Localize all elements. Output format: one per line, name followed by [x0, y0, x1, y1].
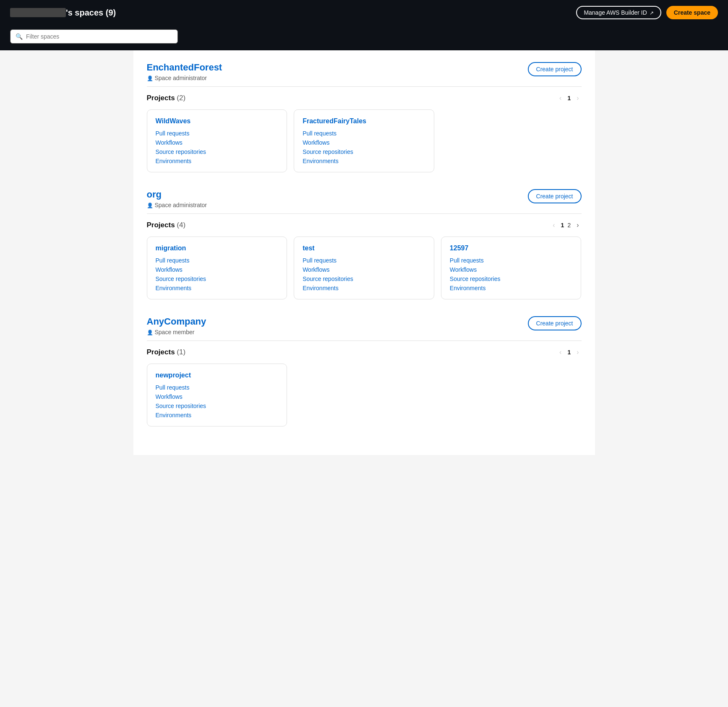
project-link-pull-requests[interactable]: Pull requests [303, 257, 425, 264]
pagination-next-button[interactable]: › [574, 221, 581, 230]
project-link-workflows[interactable]: Workflows [303, 139, 425, 146]
project-link-workflows[interactable]: Workflows [156, 266, 279, 273]
project-link-environments[interactable]: Environments [450, 285, 573, 291]
pagination-org: ‹12› [550, 221, 581, 230]
project-card-newproject: newprojectPull requestsWorkflowsSource r… [147, 364, 287, 426]
project-card-12597: 12597Pull requestsWorkflowsSource reposi… [441, 237, 582, 299]
project-name-newproject[interactable]: newproject [156, 372, 279, 379]
page-current: 1 [567, 349, 571, 356]
project-name-12597[interactable]: 12597 [450, 244, 573, 252]
projects-count: (4) [177, 221, 185, 229]
project-link-environments[interactable]: Environments [303, 158, 425, 164]
pagination-prev-button[interactable]: ‹ [550, 221, 557, 230]
project-link-pull-requests[interactable]: Pull requests [450, 257, 573, 264]
project-links-12597: Pull requestsWorkflowsSource repositorie… [450, 257, 573, 291]
project-link-workflows[interactable]: Workflows [450, 266, 573, 273]
project-link-workflows[interactable]: Workflows [156, 393, 279, 400]
projects-title: Projects (1) [147, 348, 186, 356]
pagination-next-button[interactable]: › [574, 348, 581, 357]
spaces-count-title: 's spaces (9) [66, 8, 116, 17]
projects-header-anycompany: Projects (1)‹1› [147, 348, 582, 357]
projects-grid-enchanted-forest: WildWavesPull requestsWorkflowsSource re… [147, 109, 582, 172]
projects-count: (1) [177, 348, 185, 356]
projects-grid-org: migrationPull requestsWorkflowsSource re… [147, 237, 582, 299]
page-current: 1 [567, 95, 571, 101]
project-name-test[interactable]: test [303, 244, 425, 252]
filter-spaces-input[interactable] [26, 33, 172, 40]
role-label: Space administrator [155, 202, 207, 208]
space-left-col-anycompany: AnyCompanySpace member [147, 316, 206, 335]
manage-aws-button[interactable]: Manage AWS Builder ID [576, 6, 661, 19]
project-name-WildWaves[interactable]: WildWaves [156, 117, 279, 125]
page-title: ■■■■■■■■■■■'s spaces (9) [10, 8, 116, 18]
search-icon: 🔍 [16, 33, 23, 40]
space-role-org: Space administrator [147, 202, 207, 208]
project-card-migration: migrationPull requestsWorkflowsSource re… [147, 237, 287, 299]
space-header-anycompany: AnyCompanySpace memberCreate project [147, 316, 582, 335]
projects-title: Projects (2) [147, 94, 186, 102]
manage-aws-label: Manage AWS Builder ID [584, 9, 647, 16]
project-links-FracturedFairyTales: Pull requestsWorkflowsSource repositorie… [303, 130, 425, 164]
project-links-migration: Pull requestsWorkflowsSource repositorie… [156, 257, 279, 291]
project-link-pull-requests[interactable]: Pull requests [156, 384, 279, 391]
external-link-icon [650, 9, 654, 16]
project-link-source-repositories[interactable]: Source repositories [156, 276, 279, 282]
project-name-FracturedFairyTales[interactable]: FracturedFairyTales [303, 117, 425, 125]
project-link-pull-requests[interactable]: Pull requests [156, 257, 279, 264]
projects-count: (2) [177, 94, 185, 102]
divider [147, 213, 582, 214]
page-2[interactable]: 2 [567, 222, 571, 229]
person-icon [147, 329, 153, 335]
project-link-source-repositories[interactable]: Source repositories [450, 276, 573, 282]
project-link-environments[interactable]: Environments [156, 285, 279, 291]
pagination-prev-button[interactable]: ‹ [557, 348, 564, 357]
pagination-enchanted-forest: ‹1› [557, 94, 581, 103]
create-space-button[interactable]: Create space [666, 6, 718, 19]
project-link-source-repositories[interactable]: Source repositories [156, 403, 279, 409]
project-link-pull-requests[interactable]: Pull requests [156, 130, 279, 137]
username-redacted: ■■■■■■■■■■■ [10, 8, 66, 17]
project-link-environments[interactable]: Environments [156, 158, 279, 164]
create-project-button-enchanted-forest[interactable]: Create project [528, 62, 582, 76]
project-card-FracturedFairyTales: FracturedFairyTalesPull requestsWorkflow… [294, 109, 434, 172]
space-name-anycompany[interactable]: AnyCompany [147, 316, 206, 327]
project-link-pull-requests[interactable]: Pull requests [303, 130, 425, 137]
project-link-environments[interactable]: Environments [303, 285, 425, 291]
search-bar-container: 🔍 [0, 25, 728, 50]
pagination-next-button[interactable]: › [574, 94, 581, 103]
project-link-source-repositories[interactable]: Source repositories [303, 148, 425, 155]
role-label: Space administrator [155, 75, 207, 81]
create-project-button-anycompany[interactable]: Create project [528, 316, 582, 330]
projects-header-enchanted-forest: Projects (2)‹1› [147, 94, 582, 103]
create-project-button-org[interactable]: Create project [528, 189, 582, 203]
space-name-enchanted-forest[interactable]: EnchantedForest [147, 62, 222, 73]
projects-header-org: Projects (4)‹12› [147, 221, 582, 230]
space-left-col-org: orgSpace administrator [147, 189, 207, 208]
space-section-anycompany: AnyCompanySpace memberCreate projectProj… [147, 316, 582, 426]
project-links-test: Pull requestsWorkflowsSource repositorie… [303, 257, 425, 291]
space-role-anycompany: Space member [147, 329, 206, 335]
space-header-org: orgSpace administratorCreate project [147, 189, 582, 208]
project-link-workflows[interactable]: Workflows [303, 266, 425, 273]
project-card-test: testPull requestsWorkflowsSource reposit… [294, 237, 434, 299]
role-label: Space member [155, 329, 195, 335]
search-input-wrap: 🔍 [10, 29, 178, 44]
project-links-newproject: Pull requestsWorkflowsSource repositorie… [156, 384, 279, 418]
divider [147, 86, 582, 87]
project-link-workflows[interactable]: Workflows [156, 139, 279, 146]
project-link-environments[interactable]: Environments [156, 412, 279, 418]
space-section-org: orgSpace administratorCreate projectProj… [147, 189, 582, 299]
project-link-source-repositories[interactable]: Source repositories [156, 148, 279, 155]
project-link-source-repositories[interactable]: Source repositories [303, 276, 425, 282]
space-section-enchanted-forest: EnchantedForestSpace administratorCreate… [147, 62, 582, 172]
pagination-prev-button[interactable]: ‹ [557, 94, 564, 103]
space-role-enchanted-forest: Space administrator [147, 75, 222, 81]
header-actions: Manage AWS Builder ID Create space [576, 6, 718, 19]
project-name-migration[interactable]: migration [156, 244, 279, 252]
space-name-org[interactable]: org [147, 189, 162, 200]
main-content: EnchantedForestSpace administratorCreate… [133, 50, 595, 455]
person-icon [147, 202, 153, 208]
projects-grid-anycompany: newprojectPull requestsWorkflowsSource r… [147, 364, 582, 426]
project-card-WildWaves: WildWavesPull requestsWorkflowsSource re… [147, 109, 287, 172]
page-current: 1 [561, 222, 564, 229]
